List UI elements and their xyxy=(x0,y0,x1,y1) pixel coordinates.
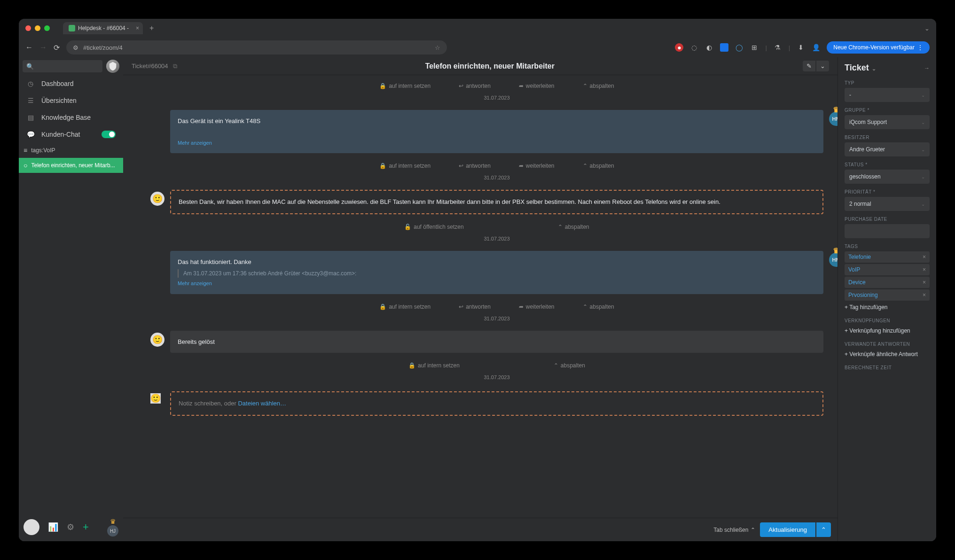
app-logo[interactable] xyxy=(106,60,119,73)
user-initials: HJ xyxy=(107,525,118,537)
current-user-avatar[interactable] xyxy=(23,519,39,535)
message-body: Bereits gelöst xyxy=(178,338,215,345)
set-internal-action[interactable]: 🔒 auf intern setzen xyxy=(379,303,431,310)
extension-2-icon[interactable]: ◌ xyxy=(690,43,698,52)
tag-chip[interactable]: Prvosioning× xyxy=(845,289,930,301)
browser-tab[interactable]: Helpdesk - #66004 - × xyxy=(63,22,143,34)
tag-chip[interactable]: Telefonie× xyxy=(845,251,930,263)
add-link-link[interactable]: + Verknüpfung hinzufügen xyxy=(845,326,930,336)
priority-select[interactable]: 2 normal⌄ xyxy=(845,197,930,211)
set-internal-action[interactable]: 🔒 auf intern setzen xyxy=(379,163,431,169)
collapse-panel-icon[interactable]: → xyxy=(924,65,930,71)
set-internal-action[interactable]: 🔒 auf intern setzen xyxy=(408,362,460,369)
show-more-link[interactable]: Mehr anzeigen xyxy=(178,139,816,147)
purchase-date-input[interactable] xyxy=(845,224,930,238)
compose-area[interactable]: 🙂 Notiz schreiben, oder Dateien wählen… xyxy=(170,391,823,416)
show-more-link[interactable]: Mehr anzeigen xyxy=(178,280,816,288)
tag-chip[interactable]: VoIP× xyxy=(845,264,930,275)
chevron-up-icon: ⌃ xyxy=(751,527,755,533)
forward-action[interactable]: ➦ weiterleiten xyxy=(519,303,555,310)
nav-chat[interactable]: 💬 Kunden-Chat xyxy=(19,126,123,143)
agent-avatar[interactable]: 🙂 xyxy=(150,333,164,347)
add-related-link[interactable]: + Verknüpfe ähnliche Antwort xyxy=(845,349,930,359)
tag-chip[interactable]: Device× xyxy=(845,277,930,288)
owner-select[interactable]: Andre Grueter⌄ xyxy=(845,142,930,156)
close-window[interactable] xyxy=(25,25,31,31)
chevron-down-icon: ⌄ xyxy=(921,120,925,125)
attach-files-link[interactable]: Dateien wählen… xyxy=(238,400,286,407)
back-icon[interactable]: ← xyxy=(25,43,33,52)
field-label: Typ xyxy=(845,80,930,86)
group-select[interactable]: iQcom Support⌄ xyxy=(845,115,930,129)
close-tab-icon[interactable]: × xyxy=(136,25,139,31)
sidebar-tab-ticket[interactable]: ○ Telefon einrichten, neuer Mitarb... xyxy=(19,158,123,173)
highlight-button[interactable]: ✎ xyxy=(803,61,815,71)
chevron-down-icon: ⌄ xyxy=(921,174,925,179)
add-tag-link[interactable]: + Tag hinzufügen xyxy=(845,302,930,312)
message-customer: ♛ HM Das hat funktioniert. Danke Am 31.0… xyxy=(170,251,823,294)
close-tab-button[interactable]: Tab schließen ⌃ xyxy=(713,527,755,533)
forward-icon[interactable]: → xyxy=(39,43,47,52)
crown-icon: ♛ xyxy=(110,518,116,525)
reply-action[interactable]: ↩ antworten xyxy=(459,163,491,169)
minimize-window[interactable] xyxy=(35,25,40,31)
set-public-action[interactable]: 🔓 auf öffentlich setzen xyxy=(404,224,464,230)
panel-heading[interactable]: Ticket⌄ xyxy=(845,63,876,73)
recent-user-badge[interactable]: ♛ HJ xyxy=(107,518,118,537)
update-button[interactable]: Aktualisierung xyxy=(760,522,815,537)
chrome-update-badge[interactable]: Neue Chrome-Version verfügbar ⋮ xyxy=(827,41,930,54)
new-ticket-button[interactable]: + xyxy=(83,521,89,533)
window-menu-icon[interactable]: ⌄ xyxy=(924,25,930,32)
reload-icon[interactable]: ⟳ xyxy=(54,43,60,52)
forward-action[interactable]: ➦ weiterleiten xyxy=(519,163,555,169)
customer-avatar[interactable]: ♛ HM xyxy=(829,112,838,126)
extension-4-icon[interactable] xyxy=(720,43,728,52)
customer-avatar[interactable]: ♛ HM xyxy=(829,253,838,267)
url-field[interactable]: ⚙ #ticket/zoom/4 ☆ xyxy=(66,40,447,54)
remove-tag-icon[interactable]: × xyxy=(923,266,926,273)
remove-tag-icon[interactable]: × xyxy=(923,279,926,286)
new-tab-button[interactable]: + xyxy=(149,24,154,32)
extension-3-icon[interactable]: ◐ xyxy=(705,43,713,52)
split-action[interactable]: ⌃ abspalten xyxy=(583,83,614,89)
copy-icon[interactable]: ⧉ xyxy=(173,62,177,70)
nav-kb[interactable]: ▤ Knowledge Base xyxy=(19,109,123,126)
split-action[interactable]: ⌃ abspalten xyxy=(583,303,614,310)
nav-label: Dashboard xyxy=(41,80,74,87)
split-action[interactable]: ⌃ abspalten xyxy=(583,163,614,169)
forward-action[interactable]: ➦ weiterleiten xyxy=(519,83,555,89)
stats-icon[interactable]: 📊 xyxy=(48,522,58,532)
status-select[interactable]: geschlossen⌄ xyxy=(845,170,930,184)
agent-avatar[interactable]: 🙂 xyxy=(150,192,164,206)
sidebar-tab-search[interactable]: ≡ tags:VoIP xyxy=(19,143,123,158)
split-action[interactable]: ⌃ abspalten xyxy=(558,224,589,230)
chat-toggle[interactable] xyxy=(102,131,116,138)
extension-1-icon[interactable]: ● xyxy=(675,43,683,52)
profile-icon[interactable]: 👤 xyxy=(812,43,820,52)
nav-overviews[interactable]: ☰ Übersichten xyxy=(19,92,123,109)
split-action[interactable]: ⌃ abspalten xyxy=(554,362,585,369)
agent-avatar: 🙂 xyxy=(150,393,161,404)
site-info-icon[interactable]: ⚙ xyxy=(73,44,78,51)
highlight-menu[interactable]: ⌄ xyxy=(816,61,829,71)
maximize-window[interactable] xyxy=(44,25,50,31)
chat-icon: 💬 xyxy=(26,131,35,138)
search-icon: 🔍 xyxy=(26,63,34,70)
extension-5-icon[interactable]: ◯ xyxy=(735,43,744,52)
chevron-down-icon: ⌄ xyxy=(921,93,925,98)
nav-dashboard[interactable]: ◷ Dashboard xyxy=(19,75,123,92)
extensions-menu-icon[interactable]: ⊞ xyxy=(750,43,759,52)
global-search[interactable]: 🔍 xyxy=(23,60,102,72)
set-internal-action[interactable]: 🔒 auf intern setzen xyxy=(379,83,431,89)
update-menu[interactable]: ⌃ xyxy=(816,522,831,537)
labs-icon[interactable]: ⚗ xyxy=(774,43,782,52)
bookmark-icon[interactable]: ☆ xyxy=(435,44,440,51)
remove-tag-icon[interactable]: × xyxy=(923,292,926,298)
type-select[interactable]: -⌄ xyxy=(845,88,930,102)
reply-action[interactable]: ↩ antworten xyxy=(459,83,491,89)
settings-icon[interactable]: ⚙ xyxy=(67,522,74,532)
remove-tag-icon[interactable]: × xyxy=(923,254,926,260)
tab-title: Helpdesk - #66004 - xyxy=(78,25,129,31)
reply-action[interactable]: ↩ antworten xyxy=(459,303,491,310)
downloads-icon[interactable]: ⬇ xyxy=(797,43,805,52)
